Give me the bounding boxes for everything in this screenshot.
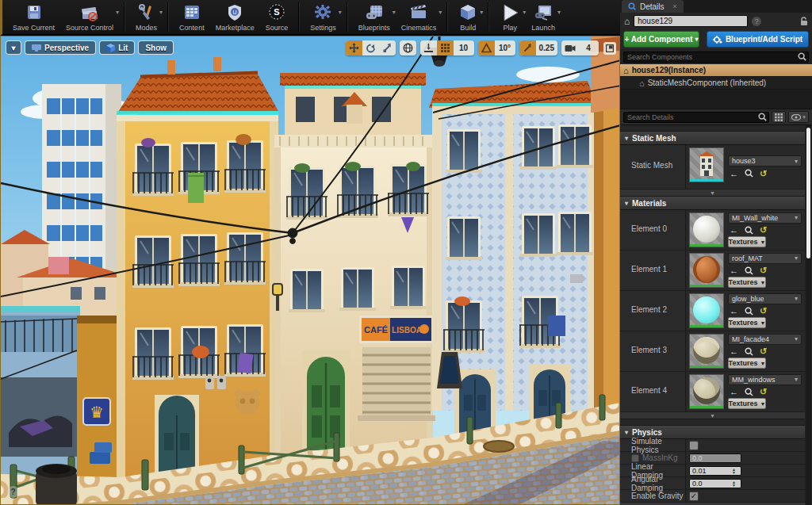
svg-text:CAFÉ: CAFÉ [364, 325, 388, 335]
textures-button[interactable]: Textures▼ [728, 317, 766, 328]
search-components-row [620, 49, 812, 64]
camera-speed-value[interactable]: 4 [578, 40, 599, 55]
category-static-mesh[interactable]: ▾Static Mesh [620, 132, 805, 145]
blueprints-button[interactable]: Blueprints [353, 0, 396, 34]
question-icon[interactable]: ? [752, 17, 761, 26]
grid-snap-value[interactable]: 10 [454, 40, 474, 55]
surface-snap-button[interactable] [420, 40, 437, 55]
scale-snap-value[interactable]: 0.25 [536, 40, 557, 55]
reset-to-default-icon[interactable]: ↺ [760, 226, 767, 234]
textures-button[interactable]: Textures▼ [728, 358, 766, 369]
lock-open-icon[interactable] [799, 16, 808, 26]
static-mesh-expander[interactable]: ▼ [620, 189, 805, 197]
browse-to-asset-icon[interactable] [745, 169, 753, 178]
blueprints-icon [364, 2, 385, 23]
play-button[interactable]: Play [494, 0, 526, 34]
browse-to-asset-icon[interactable] [745, 388, 753, 396]
scrollbar-thumb[interactable] [806, 128, 810, 258]
reset-to-default-icon[interactable]: ↺ [760, 307, 767, 315]
simulate-physics-checkbox[interactable] [689, 441, 699, 450]
source-button[interactable]: S Source [260, 0, 294, 34]
material-combo[interactable]: MI_facade4▾ [728, 334, 802, 345]
rotate-tool-button[interactable] [362, 40, 379, 55]
content-button[interactable]: Content [174, 0, 210, 34]
material-combo[interactable]: MI_Wall_white▾ [728, 212, 802, 224]
material-combo[interactable]: glow_blue▾ [728, 293, 802, 304]
save-icon [25, 2, 44, 23]
reset-to-default-icon[interactable]: ↺ [760, 347, 767, 355]
component-row-instance[interactable]: ⌂ house129(Instance) [620, 64, 812, 77]
material-thumbnail[interactable] [689, 253, 724, 288]
launch-button[interactable]: Launch [526, 0, 561, 34]
level-viewport[interactable]: ♛ [0, 36, 620, 505]
display-filter-button[interactable]: ▾ [788, 111, 809, 123]
property-matrix-button[interactable] [772, 111, 786, 123]
material-thumbnail[interactable] [689, 334, 724, 369]
material-thumbnail[interactable] [689, 212, 724, 247]
search-details-input[interactable] [623, 112, 769, 123]
use-selected-asset-icon[interactable]: ← [730, 347, 738, 355]
svg-text:LISBOA: LISBOA [392, 326, 422, 335]
material-combo[interactable]: roof_MAT▾ [728, 253, 802, 264]
component-row-staticmesh[interactable]: ⌂ StaticMeshComponent (Inherited) [620, 77, 812, 90]
use-selected-asset-icon[interactable]: ← [730, 307, 738, 315]
blueprint-add-script-button[interactable]: Blueprint/Add Script [707, 31, 809, 48]
static-mesh-thumbnail[interactable] [689, 147, 724, 182]
settings-button[interactable]: Settings [304, 0, 342, 34]
grid-snap-button[interactable] [437, 40, 454, 55]
material-thumbnail[interactable] [689, 293, 724, 328]
cinematics-button[interactable]: Cinematics [396, 0, 442, 34]
browse-to-asset-icon[interactable] [745, 347, 753, 356]
properties-area: ▾Static Mesh Static Mesh house3▾ [620, 125, 812, 505]
scale-snap-button[interactable] [519, 40, 536, 55]
scale-tool-button[interactable] [379, 40, 396, 55]
spinbox-handle-icon[interactable]: ▲▼ [732, 480, 736, 487]
details-tab-bar: Details × [620, 0, 812, 13]
marketplace-button[interactable]: U Marketplace [210, 0, 260, 34]
category-materials[interactable]: ▾Materials [620, 197, 805, 210]
search-components-input[interactable] [623, 52, 809, 63]
mass-override-checkbox[interactable] [631, 454, 639, 462]
camera-speed-button[interactable] [561, 40, 578, 55]
perspective-icon [32, 44, 41, 52]
rotation-snap-value[interactable]: 10° [495, 40, 515, 55]
use-selected-asset-icon[interactable]: ← [730, 226, 738, 234]
textures-button[interactable]: Textures▼ [728, 277, 766, 288]
details-tab[interactable]: Details × [622, 0, 684, 13]
show-button[interactable]: Show [138, 40, 174, 55]
world-local-space-button[interactable] [400, 40, 416, 55]
scrollbar-track[interactable] [806, 125, 811, 505]
actor-name-input[interactable] [634, 15, 748, 27]
viewport-help-button[interactable]: ? [7, 486, 19, 498]
reset-to-default-icon[interactable]: ↺ [760, 388, 767, 396]
materials-expander[interactable]: ▼ [620, 412, 805, 419]
add-component-button[interactable]: + Add Component▾ [623, 31, 699, 48]
viewport-options-button[interactable]: ▾ [6, 40, 21, 55]
textures-button[interactable]: Textures▼ [728, 236, 766, 247]
spinbox-handle-icon[interactable]: ▲▼ [732, 468, 736, 474]
use-selected-asset-icon[interactable]: ← [730, 170, 738, 178]
enable-gravity-checkbox[interactable]: ✓ [689, 492, 699, 501]
rotation-snap-button[interactable] [478, 40, 495, 55]
modes-button[interactable]: Modes [130, 0, 163, 34]
source-control-button[interactable]: Source Control [60, 0, 119, 34]
browse-to-asset-icon[interactable] [745, 266, 753, 275]
browse-to-asset-icon[interactable] [745, 307, 753, 316]
browse-to-asset-icon[interactable] [745, 226, 753, 235]
settings-gear-icon [313, 2, 332, 23]
static-mesh-combo[interactable]: house3▾ [728, 155, 802, 166]
maximize-viewport-button[interactable] [603, 42, 616, 55]
lit-mode-button[interactable]: Lit [99, 40, 135, 55]
close-tab-icon[interactable]: × [673, 2, 677, 10]
translate-tool-button[interactable] [346, 40, 362, 55]
material-combo[interactable]: MM_windows▾ [728, 374, 802, 385]
use-selected-asset-icon[interactable]: ← [730, 266, 738, 274]
build-button[interactable]: Build [453, 0, 483, 34]
textures-button[interactable]: Textures▼ [728, 398, 766, 409]
reset-to-default-icon[interactable]: ↺ [760, 266, 767, 274]
material-thumbnail[interactable] [689, 374, 724, 409]
reset-to-default-icon[interactable]: ↺ [760, 170, 767, 178]
perspective-button[interactable]: Perspective [25, 40, 96, 55]
use-selected-asset-icon[interactable]: ← [730, 388, 738, 396]
save-current-button[interactable]: Save Current [7, 0, 60, 34]
